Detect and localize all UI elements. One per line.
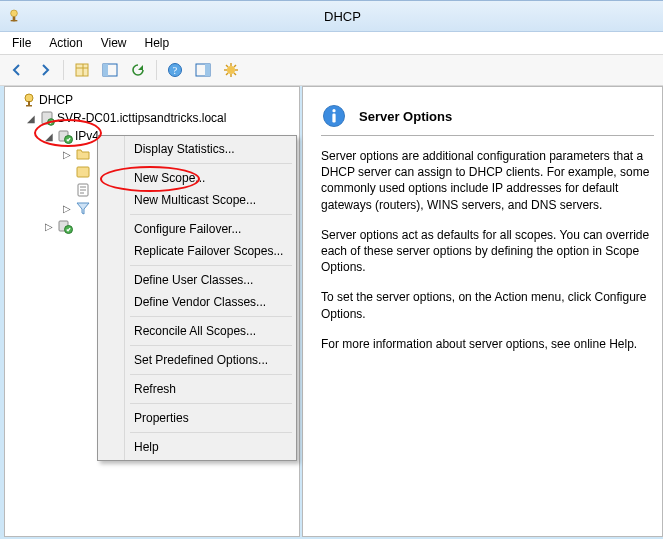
menu-set-predefined-options[interactable]: Set Predefined Options...	[100, 349, 294, 371]
svg-rect-32	[332, 114, 335, 123]
menu-reconcile-all-scopes[interactable]: Reconcile All Scopes...	[100, 320, 294, 342]
help-button[interactable]: ?	[162, 57, 188, 83]
manage-authorized-servers-button[interactable]	[218, 57, 244, 83]
toolbar-separator	[63, 60, 64, 80]
menu-separator	[130, 432, 292, 433]
menu-action[interactable]: Action	[41, 34, 90, 52]
menu-view[interactable]: View	[93, 34, 135, 52]
ipv6-icon	[57, 218, 73, 234]
svg-rect-21	[26, 105, 32, 107]
show-hide-console-tree-button[interactable]	[97, 57, 123, 83]
menu-separator	[130, 374, 292, 375]
tree-node-label: DHCP	[39, 93, 73, 107]
menu-separator	[130, 214, 292, 215]
add-remove-columns-button[interactable]	[69, 57, 95, 83]
menu-define-vendor-classes[interactable]: Define Vendor Classes...	[100, 291, 294, 313]
dhcp-app-icon	[6, 8, 22, 24]
dhcp-root-icon	[21, 92, 37, 108]
expander-icon[interactable]: ▷	[61, 202, 73, 214]
svg-rect-3	[76, 64, 88, 76]
expander-icon[interactable]: ◢	[25, 112, 37, 124]
details-paragraph: Server options are additional configurat…	[321, 148, 654, 213]
menu-separator	[130, 403, 292, 404]
svg-point-31	[332, 109, 335, 112]
svg-point-19	[25, 94, 33, 102]
expander-icon[interactable]: ◢	[43, 130, 55, 142]
server-icon	[39, 110, 55, 126]
filters-icon	[75, 200, 91, 216]
menu-file[interactable]: File	[4, 34, 39, 52]
menu-new-scope[interactable]: New Scope...	[100, 167, 294, 189]
svg-point-0	[11, 10, 18, 17]
svg-rect-2	[11, 20, 18, 21]
policies-icon	[75, 182, 91, 198]
menu-help[interactable]: Help	[137, 34, 178, 52]
svg-rect-26	[77, 167, 89, 177]
svg-line-18	[226, 73, 228, 75]
toolbar-separator	[156, 60, 157, 80]
menu-separator	[130, 163, 292, 164]
tree-node-label: IPv4	[75, 129, 99, 143]
svg-rect-5	[103, 64, 108, 76]
details-pane: Server Options Server options are additi…	[302, 86, 663, 537]
toolbar: ?	[0, 55, 663, 86]
window-title: DHCP	[28, 9, 657, 24]
menu-new-multicast-scope[interactable]: New Multicast Scope...	[100, 189, 294, 211]
context-menu: Display Statistics... New Scope... New M…	[97, 135, 297, 461]
svg-line-17	[234, 65, 236, 67]
tree-node-label: SVR-DC01.icttipsandtricks.local	[57, 111, 226, 125]
menu-replicate-failover[interactable]: Replicate Failover Scopes...	[100, 240, 294, 262]
menu-bar: File Action View Help	[0, 32, 663, 55]
svg-point-10	[227, 66, 235, 74]
tree-node-dhcp-root[interactable]: DHCP	[7, 91, 297, 109]
details-body: Server options are additional configurat…	[321, 148, 654, 352]
refresh-button[interactable]	[125, 57, 151, 83]
menu-properties[interactable]: Properties	[100, 407, 294, 429]
details-paragraph: Server options act as defaults for all s…	[321, 227, 654, 276]
menu-separator	[130, 265, 292, 266]
expander-icon[interactable]: ▷	[43, 220, 55, 232]
tree-node-server[interactable]: ◢ SVR-DC01.icttipsandtricks.local	[7, 109, 297, 127]
divider	[321, 135, 654, 136]
svg-line-15	[226, 65, 228, 67]
menu-display-statistics[interactable]: Display Statistics...	[100, 138, 294, 160]
menu-separator	[130, 316, 292, 317]
svg-rect-9	[205, 64, 210, 76]
menu-refresh[interactable]: Refresh	[100, 378, 294, 400]
details-paragraph: To set the server options, on the Action…	[321, 289, 654, 321]
menu-configure-failover[interactable]: Configure Failover...	[100, 218, 294, 240]
svg-text:?: ?	[173, 65, 178, 76]
nav-forward-button[interactable]	[32, 57, 58, 83]
details-paragraph: For more information about server option…	[321, 336, 654, 352]
expander-icon[interactable]: ▷	[61, 148, 73, 160]
details-heading: Server Options	[359, 109, 452, 124]
folder-icon	[75, 146, 91, 162]
ipv4-icon	[57, 128, 73, 144]
nav-back-button[interactable]	[4, 57, 30, 83]
menu-define-user-classes[interactable]: Define User Classes...	[100, 269, 294, 291]
info-icon	[321, 103, 347, 129]
svg-line-16	[234, 73, 236, 75]
menu-separator	[130, 345, 292, 346]
title-bar: DHCP	[0, 1, 663, 32]
options-icon	[75, 164, 91, 180]
menu-help[interactable]: Help	[100, 436, 294, 458]
show-hide-action-pane-button[interactable]	[190, 57, 216, 83]
